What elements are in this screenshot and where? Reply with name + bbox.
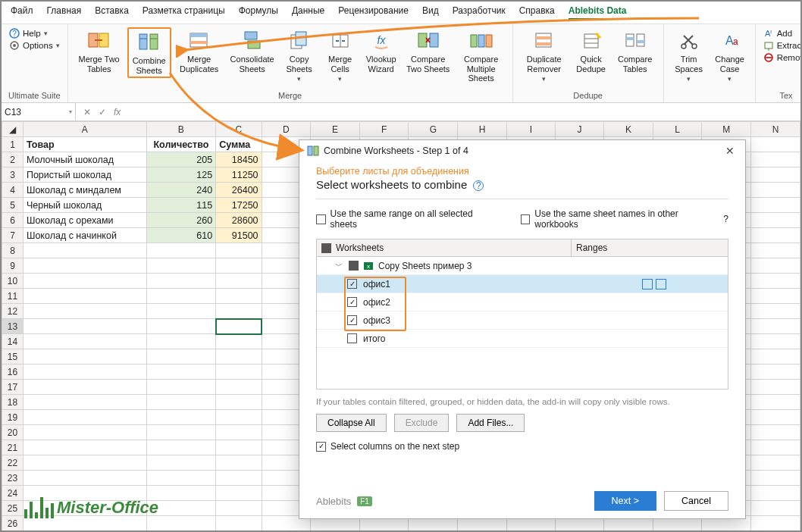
help-hint-icon[interactable]: ? (723, 214, 728, 224)
options-button[interactable]: Options (8, 39, 61, 52)
cell[interactable] (751, 274, 800, 289)
cell[interactable]: Шоколад с миндалем (23, 183, 146, 198)
col-header-n[interactable]: N (751, 122, 800, 137)
cell[interactable]: Сумма (216, 137, 262, 152)
row-header[interactable]: 16 (2, 365, 23, 380)
col-header-e[interactable]: E (311, 122, 360, 137)
cell[interactable] (751, 395, 800, 410)
consolidate-sheets-button[interactable]: Consolidate Sheets (227, 27, 277, 75)
cell[interactable] (23, 425, 146, 440)
cell[interactable] (23, 395, 146, 410)
sheet-checkbox[interactable] (347, 333, 357, 343)
sheet-checkbox[interactable] (347, 315, 357, 325)
cell[interactable] (751, 471, 800, 486)
sheet-row[interactable]: офис1 (317, 275, 728, 293)
cell[interactable] (216, 319, 262, 334)
col-header-k[interactable]: K (604, 122, 653, 137)
cell[interactable]: 18450 (216, 152, 262, 167)
exclude-button[interactable]: Exclude (394, 414, 450, 432)
sheet-row[interactable]: офис2 (317, 293, 728, 311)
cell[interactable] (216, 440, 262, 455)
cell[interactable] (751, 319, 800, 334)
menu-file[interactable]: Файл (11, 5, 33, 20)
duplicate-remover-button[interactable]: Duplicate Remover (519, 27, 569, 85)
row-header[interactable]: 10 (2, 274, 23, 289)
help-button[interactable]: ?Help (8, 27, 61, 39)
cell[interactable] (23, 349, 146, 365)
cell[interactable]: 28600 (216, 213, 262, 228)
cell[interactable] (216, 471, 262, 486)
cell[interactable] (751, 167, 800, 183)
row-header[interactable]: 6 (2, 213, 23, 228)
cell[interactable] (751, 410, 800, 425)
cell[interactable]: 26400 (216, 183, 262, 198)
row-header[interactable]: 26 (2, 516, 23, 531)
row-header[interactable]: 5 (2, 198, 23, 213)
cell[interactable] (751, 198, 800, 213)
menu-view[interactable]: Вид (422, 5, 439, 20)
merge-duplicates-button[interactable]: Merge Duplicates (174, 27, 224, 75)
merge-cells-button[interactable]: Merge Cells (321, 27, 359, 85)
col-header-l[interactable]: L (653, 122, 701, 137)
select-columns-checkbox[interactable]: Select columns on the next step (316, 441, 728, 452)
cell[interactable] (146, 243, 216, 258)
cell[interactable] (751, 365, 800, 380)
cell[interactable] (23, 243, 146, 258)
cell[interactable] (23, 319, 146, 334)
cell[interactable] (751, 228, 800, 243)
row-header[interactable]: 21 (2, 440, 23, 455)
row-header[interactable]: 7 (2, 228, 23, 243)
cell[interactable]: Шоколад с начинкой (23, 228, 146, 243)
cell[interactable]: 11250 (216, 167, 262, 183)
row-header[interactable]: 18 (2, 395, 23, 410)
expand-range-icon[interactable] (656, 279, 666, 289)
cancel-button[interactable]: Cancel (664, 491, 728, 511)
sheet-row[interactable]: офис3 (317, 311, 728, 330)
col-header-m[interactable]: M (702, 122, 751, 137)
remove-text-button[interactable]: Remove (762, 52, 802, 64)
col-header-d[interactable]: D (262, 122, 311, 137)
cell[interactable] (23, 365, 146, 380)
cell[interactable]: 610 (146, 228, 216, 243)
row-header[interactable]: 24 (2, 486, 23, 501)
col-header-h[interactable]: H (458, 122, 507, 137)
menu-help[interactable]: Справка (519, 5, 555, 20)
name-box[interactable]: C13 (2, 103, 76, 120)
cell[interactable] (146, 304, 216, 319)
compare-tables-button[interactable]: Compare Tables (613, 27, 657, 75)
row-header[interactable]: 9 (2, 258, 23, 274)
row-header[interactable]: 17 (2, 380, 23, 395)
cell[interactable] (216, 334, 262, 349)
cell[interactable] (23, 410, 146, 425)
menu-ablebits-data[interactable]: Ablebits Data (569, 5, 627, 20)
col-header-f[interactable]: F (359, 122, 409, 137)
same-names-checkbox[interactable]: Use the same sheet names in other workbo… (521, 208, 728, 230)
cell[interactable] (751, 486, 800, 501)
cell[interactable] (146, 365, 216, 380)
cell[interactable] (216, 289, 262, 304)
cell[interactable] (146, 319, 216, 334)
row-header[interactable]: 19 (2, 410, 23, 425)
menu-developer[interactable]: Разработчик (453, 5, 506, 20)
cell[interactable] (23, 380, 146, 395)
cell[interactable] (23, 334, 146, 349)
cell[interactable] (146, 410, 216, 425)
collapse-all-button[interactable]: Collapse All (316, 414, 387, 432)
menu-home[interactable]: Главная (47, 5, 82, 20)
cell[interactable] (216, 501, 262, 516)
cell[interactable] (23, 289, 146, 304)
cell[interactable] (216, 410, 262, 425)
cell[interactable] (751, 137, 800, 152)
add-files-button[interactable]: Add Files... (456, 414, 525, 432)
cell[interactable] (216, 486, 262, 501)
cell[interactable] (146, 440, 216, 455)
combine-sheets-button[interactable]: Combine Sheets (127, 27, 171, 78)
row-header[interactable]: 1 (2, 137, 23, 152)
row-header[interactable]: 15 (2, 349, 23, 365)
cell[interactable] (146, 334, 216, 349)
cell[interactable] (751, 243, 800, 258)
row-header[interactable]: 20 (2, 425, 23, 440)
f1-badge[interactable]: F1 (357, 496, 372, 506)
extract-text-button[interactable]: Extract (762, 39, 802, 52)
menu-formulas[interactable]: Формулы (239, 5, 278, 20)
